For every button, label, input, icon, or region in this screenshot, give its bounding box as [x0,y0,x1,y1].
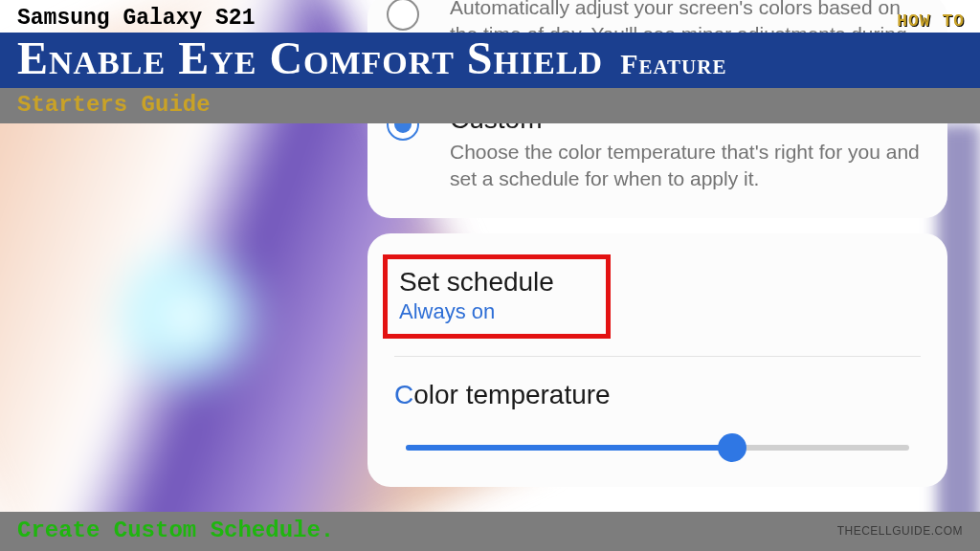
footer-credit: THECELLGUIDE.COM [837,524,963,538]
footer-bar: Create Custom Schedule. THECELLGUIDE.COM [0,512,980,551]
set-schedule-label: Set schedule [399,267,554,298]
page-title: Enable Eye Comfort Shield [17,34,603,82]
tutorial-header-overlay: Samsung Galaxy S21 HOW TO Enable Eye Com… [0,0,980,123]
slider-thumb[interactable] [718,433,746,462]
color-temperature-slider[interactable] [394,431,921,470]
divider [394,356,921,357]
custom-detail-card: Set schedule Always on Color temperature [368,233,947,487]
set-schedule-row[interactable]: Set schedule Always on [383,254,611,339]
page-title-suffix: Feature [620,48,726,80]
footer-caption: Create Custom Schedule. [17,518,334,543]
set-schedule-value: Always on [399,299,554,324]
subtitle-bar: Starters Guide [0,88,980,123]
device-label: Samsung Galaxy S21 [0,0,980,33]
option-custom-description: Choose the color temperature that's righ… [450,139,921,193]
color-temperature-label: Color temperature [394,380,921,410]
slider-fill [406,445,732,451]
title-bar: HOW TO Enable Eye Comfort Shield Feature [0,33,980,88]
how-to-badge: HOW TO [897,11,965,31]
